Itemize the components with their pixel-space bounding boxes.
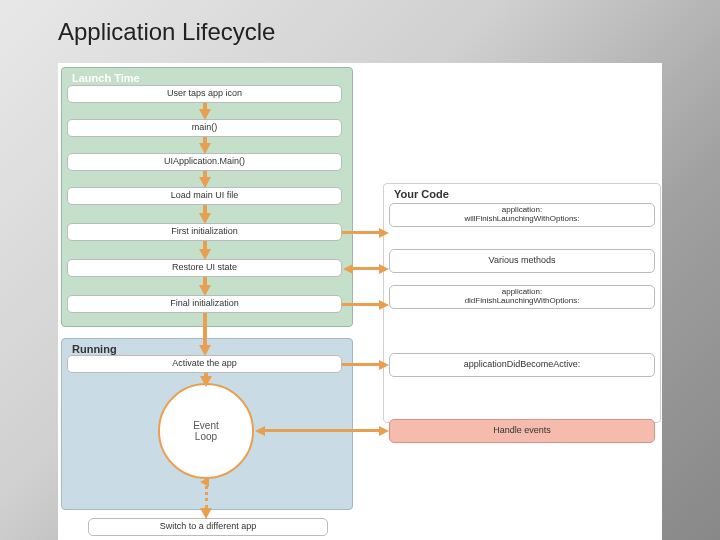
launch-panel-title: Launch Time — [72, 72, 140, 84]
arrow-connector — [203, 313, 207, 345]
arrow-down-icon — [199, 285, 211, 296]
code-didactive: applicationDidBecomeActive: — [389, 353, 655, 377]
step-main: main() — [67, 119, 342, 137]
arrow-down-icon — [199, 345, 211, 356]
diagram-canvas: Launch Time Running Your Code User taps … — [58, 63, 662, 540]
arrow-connector — [203, 205, 207, 213]
code-didfinish: application: didFinishLaunchingWithOptio… — [389, 285, 655, 309]
code-various: Various methods — [389, 249, 655, 273]
arrow-right-icon — [379, 264, 389, 274]
arrow-bidir — [352, 267, 380, 270]
page-title: Application Lifecycle — [58, 18, 275, 46]
arrow-down-icon — [199, 213, 211, 224]
step-restore-ui: Restore UI state — [67, 259, 342, 277]
arrow-right — [342, 231, 380, 234]
arrow-bidir — [264, 429, 380, 432]
arrow-down-icon — [199, 249, 211, 260]
arrow-right-icon — [379, 360, 389, 370]
step-final-init: Final initialization — [67, 295, 342, 313]
arrow-down-icon — [199, 109, 211, 120]
arrow-left-icon — [343, 264, 353, 274]
arrow-right-icon — [379, 426, 389, 436]
event-loop-label: Event Loop — [193, 420, 219, 442]
arrow-left-icon — [255, 426, 265, 436]
arrow-down-icon — [199, 177, 211, 188]
step-uiapplicationmain: UIApplication.Main() — [67, 153, 342, 171]
running-panel-title: Running — [72, 343, 117, 355]
arrow-down-icon — [200, 376, 212, 387]
loop-arrow-icon — [200, 477, 209, 487]
step-activate: Activate the app — [67, 355, 342, 373]
arrow-right-icon — [379, 300, 389, 310]
arrow-right — [342, 303, 380, 306]
event-loop: Event Loop — [158, 383, 254, 479]
arrow-connector — [203, 277, 207, 285]
step-first-init: First initialization — [67, 223, 342, 241]
arrow-right — [342, 363, 380, 366]
arrow-right-icon — [379, 228, 389, 238]
code-handle-events: Handle events — [389, 419, 655, 443]
yourcode-panel-title: Your Code — [394, 188, 449, 200]
step-load-ui: Load main UI file — [67, 187, 342, 205]
step-user-taps: User taps app icon — [67, 85, 342, 103]
step-switch-app: Switch to a different app — [88, 518, 328, 536]
arrow-down-icon — [199, 143, 211, 154]
arrow-connector — [203, 241, 207, 249]
code-willfinish: application: willFinishLaunchingWithOpti… — [389, 203, 655, 227]
arrow-down-icon — [200, 508, 212, 519]
